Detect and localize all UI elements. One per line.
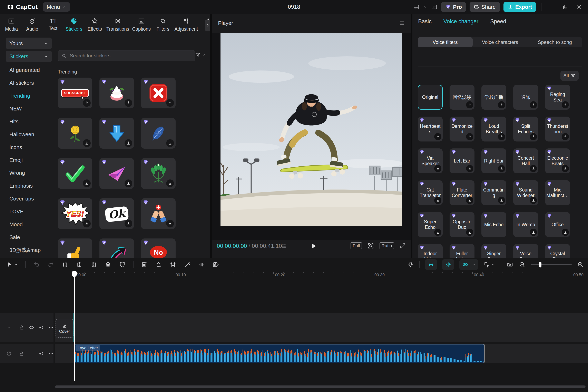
voice-filter-demonized[interactable]: Demonized (450, 116, 474, 142)
download-icon[interactable] (562, 165, 569, 172)
voice-filter-学校广播[interactable]: 学校广播 (482, 85, 506, 110)
link-toggle-button[interactable] (460, 259, 478, 270)
export-button[interactable]: Export (504, 2, 536, 12)
voice-filter-通知[interactable]: 通知 (513, 85, 538, 110)
download-icon[interactable] (124, 139, 132, 147)
split-button[interactable] (62, 261, 68, 268)
fullscreen-icon[interactable] (399, 242, 406, 249)
segment-speech-to-song[interactable]: Speech to song (527, 37, 582, 47)
sidebar-item-wrong[interactable]: Wrong (4, 166, 53, 180)
download-icon[interactable] (530, 197, 537, 204)
voice-filter-split-echoes[interactable]: Split Echoes (513, 116, 538, 142)
voice-filter-right-ear[interactable]: Right Ear (482, 148, 506, 173)
voice-filter-voice-focus[interactable]: Voice Focus (513, 244, 538, 258)
download-icon[interactable] (530, 133, 537, 140)
download-icon[interactable] (124, 180, 132, 187)
blue-leaf-sticker[interactable] (141, 118, 176, 149)
download-icon[interactable] (498, 101, 505, 108)
green-plant-sticker[interactable] (141, 158, 176, 189)
tab-media[interactable]: Media (5, 17, 18, 32)
segment-voice-filters[interactable]: Voice filters (418, 37, 473, 47)
download-icon[interactable] (434, 197, 442, 204)
download-icon[interactable] (434, 133, 442, 140)
download-icon[interactable] (166, 139, 174, 147)
layout-switch-icon[interactable] (413, 4, 420, 10)
download-icon[interactable] (124, 220, 132, 228)
download-icon[interactable] (124, 99, 132, 107)
audio-clip[interactable]: Love Letter (74, 344, 484, 363)
download-icon[interactable] (466, 165, 473, 172)
timeline-ruler[interactable]: 00:0000:1000:2000:3000:4000:50 (0, 271, 588, 279)
adjust-clip-button[interactable] (170, 261, 176, 268)
download-icon[interactable] (562, 229, 569, 236)
clapping-hands-sticker[interactable] (141, 198, 176, 229)
zoom-fit-icon[interactable] (367, 242, 374, 249)
timeline-scrollbar[interactable] (55, 386, 586, 388)
download-icon[interactable] (562, 133, 569, 140)
download-icon[interactable] (166, 180, 174, 187)
full-button[interactable]: Full (350, 242, 362, 249)
more-icon[interactable] (48, 324, 54, 330)
download-icon[interactable] (530, 229, 537, 236)
download-icon[interactable] (498, 133, 505, 140)
download-icon[interactable] (166, 220, 174, 228)
timeline-zoom-slider[interactable] (531, 259, 572, 270)
tab-effects[interactable]: Effects (88, 17, 101, 32)
download-icon[interactable] (83, 139, 91, 147)
tab-basic[interactable]: Basic (418, 18, 432, 25)
sidebar-item-hits[interactable]: Hits (4, 115, 53, 128)
auto-reframe-button[interactable] (212, 261, 219, 268)
cover-button[interactable]: Cover (56, 319, 74, 338)
lock-icon[interactable] (19, 351, 24, 356)
download-icon[interactable] (466, 197, 473, 204)
download-icon[interactable] (434, 165, 442, 172)
sidebar-item-ai-stickers[interactable]: AI stickers (4, 76, 53, 90)
voice-filter-回忆滤镜[interactable]: 回忆滤镜 (450, 85, 474, 110)
ok-script-sticker[interactable]: Ok (100, 198, 134, 229)
record-voiceover-button[interactable] (407, 261, 414, 268)
notes-panel-icon[interactable] (431, 4, 438, 10)
pro-button[interactable]: Pro (441, 2, 466, 12)
download-icon[interactable] (530, 165, 537, 172)
sidebar-item-sale[interactable]: Sale (4, 231, 53, 244)
mask-button[interactable] (119, 261, 126, 268)
chevron-down-icon[interactable] (491, 262, 495, 267)
timeline-zoom-in-button[interactable] (577, 261, 584, 268)
download-icon[interactable] (83, 99, 91, 107)
thumbs-up-sticker[interactable] (58, 238, 92, 258)
voice-filter-opposite-duo[interactable]: Opposite Duo (450, 212, 474, 237)
voice-filter-flute-converter[interactable]: Flute Converter (450, 180, 474, 205)
voice-filter-thunderstorm[interactable]: Thunderstorm (545, 116, 570, 142)
sidebar-item-emphasis[interactable]: Emphasis (4, 180, 53, 192)
download-icon[interactable] (562, 101, 569, 108)
sidebar-item-love[interactable]: LOVE (4, 205, 53, 218)
sidebar-item-emoji[interactable]: Emoji (4, 154, 53, 166)
tabs-overflow-button[interactable] (205, 20, 210, 31)
preview-axis-toggle-button[interactable] (442, 259, 454, 270)
search-input[interactable] (70, 53, 192, 59)
voice-filter-loud-breaths[interactable]: Loud Breaths (482, 116, 506, 142)
tab-adjustment[interactable]: Adjustment (178, 17, 195, 32)
download-icon[interactable] (466, 101, 473, 108)
video-track-lane[interactable] (55, 313, 588, 342)
voice-filter-crystal-clear[interactable]: Crystal Clear (545, 244, 570, 258)
green-check-sticker[interactable] (58, 158, 92, 189)
sidebar-item-halloween[interactable]: Halloween (4, 128, 53, 141)
tab-stickers[interactable]: Stickers (68, 17, 80, 32)
download-icon[interactable] (466, 133, 473, 140)
download-icon[interactable] (166, 99, 174, 107)
voice-filter-left-ear[interactable]: Left Ear (450, 148, 474, 173)
voice-filter-in-womb[interactable]: In Womb (513, 212, 538, 237)
snap-toggle-button[interactable] (425, 259, 437, 270)
delete-right-button[interactable] (90, 261, 97, 268)
subscribe-button-sticker[interactable]: SUBSCRIBE (58, 78, 92, 108)
frame-view-icon[interactable] (280, 243, 288, 250)
voice-filter-fuller-voice[interactable]: Fuller Voice (450, 244, 474, 258)
up-right-arrow-sticker[interactable] (100, 238, 134, 258)
audio-visualize-button[interactable] (198, 261, 205, 268)
maximize-icon[interactable] (560, 4, 570, 10)
tab-text[interactable]: TIText (47, 18, 59, 31)
preview-quality-button[interactable] (506, 261, 513, 268)
sidebar-item-stickers[interactable]: Stickers (6, 51, 52, 62)
timeline-zoom-out-button[interactable] (518, 261, 526, 268)
